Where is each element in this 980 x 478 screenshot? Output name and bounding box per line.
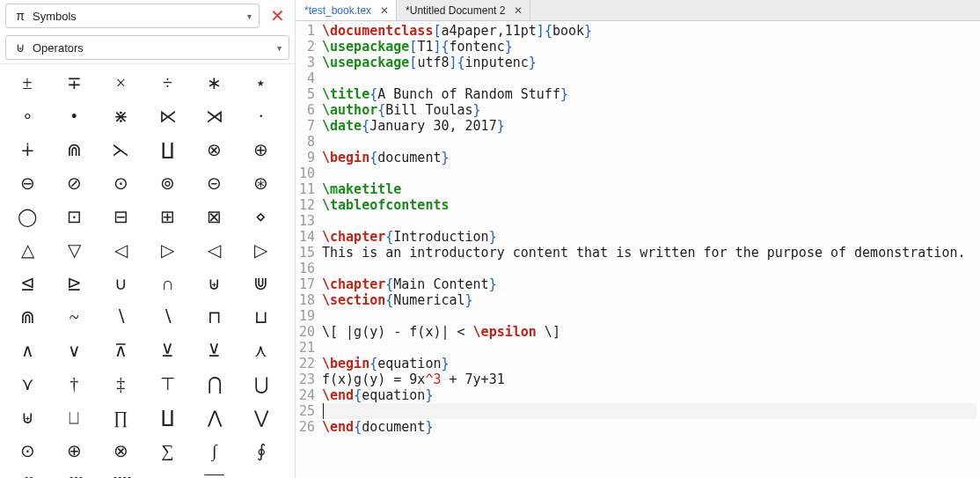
symbol-cell[interactable]: ⊚ — [150, 172, 186, 195]
symbol-cell[interactable]: ⊘ — [55, 172, 92, 195]
code-line[interactable] — [322, 213, 976, 229]
code-line[interactable]: \chapter{Main Content} — [322, 276, 976, 292]
code-lines[interactable]: \documentclass[a4paper,11pt]{book}\usepa… — [318, 21, 980, 478]
code-line[interactable]: \usepackage[utf8]{inputenc} — [322, 55, 976, 70]
code-line[interactable]: \[ |g(y) - f(x)| < \epsilon \] — [322, 324, 976, 340]
symbol-cell[interactable]: ⋀ — [196, 406, 233, 429]
symbol-cell[interactable]: ∭ — [55, 473, 92, 478]
symbol-cell[interactable]: ⊓ — [196, 305, 233, 328]
tab-close-icon[interactable]: ✕ — [378, 4, 391, 17]
symbol-cell[interactable]: • — [55, 105, 92, 128]
symbol-cell[interactable]: ⊗ — [102, 439, 139, 462]
symbol-cell[interactable]: ⋒ — [9, 305, 46, 328]
symbol-cell[interactable]: ⊙ — [102, 172, 139, 195]
symbol-cell[interactable]: ⋆ — [243, 71, 280, 94]
symbol-cell[interactable]: △ — [9, 239, 46, 261]
symbol-cell[interactable]: ∏ — [102, 406, 139, 429]
code-line[interactable] — [322, 134, 976, 150]
symbol-cell[interactable]: ⊖ — [9, 172, 46, 195]
symbol-cell[interactable]: ⋎ — [9, 372, 46, 395]
symbol-cell[interactable]: ∖ — [150, 305, 186, 328]
symbol-cell[interactable]: ∬ — [9, 473, 46, 478]
symbol-cell[interactable]: ◯ — [9, 205, 46, 228]
symbol-cell[interactable]: ⨆ — [55, 406, 92, 429]
code-line[interactable]: \author{Bill Toulas} — [322, 102, 976, 118]
code-line[interactable]: \chapter{Introduction} — [322, 229, 976, 245]
symbol-cell[interactable]: lim — [243, 473, 280, 478]
symbol-cell[interactable]: ◁ — [102, 239, 139, 261]
symbol-cell[interactable]: × — [102, 71, 139, 94]
symbol-cell[interactable]: · — [243, 105, 280, 128]
code-line[interactable] — [322, 261, 976, 276]
symbol-cell[interactable]: ⋇ — [102, 105, 139, 128]
code-line[interactable]: \documentclass[a4paper,11pt]{book} — [322, 23, 976, 39]
symbol-cell[interactable]: ⨌ — [102, 473, 139, 478]
symbol-cell[interactable]: ∐ — [150, 406, 186, 429]
symbol-cell[interactable]: ▽ — [55, 239, 92, 261]
symbol-cell[interactable]: ◁ — [196, 239, 233, 261]
symbol-cell[interactable]: ∧ — [9, 339, 46, 362]
close-panel-button[interactable]: ✕ — [265, 4, 289, 28]
symbol-cell[interactable]: † — [55, 372, 92, 395]
code-line[interactable] — [322, 165, 976, 181]
symbol-cell[interactable]: ⊴ — [9, 272, 46, 295]
symbol-cell[interactable]: ∗ — [196, 71, 233, 94]
symbol-cell[interactable]: ∔ — [9, 138, 46, 161]
symbol-cell[interactable]: ∘ — [9, 105, 46, 128]
code-line[interactable] — [322, 340, 976, 356]
code-line[interactable] — [322, 403, 976, 419]
symbol-cell[interactable]: ± — [9, 71, 46, 94]
symbol-cell[interactable]: ∩ — [150, 272, 186, 295]
tab-close-icon[interactable]: ✕ — [512, 4, 524, 17]
symbol-cell[interactable]: ∖ — [102, 305, 139, 328]
symbol-cell[interactable]: ⊗ — [196, 138, 233, 161]
symbol-cell[interactable]: ⊕ — [243, 138, 280, 161]
symbol-cell[interactable]: ∮ — [243, 439, 280, 462]
symbol-cell[interactable]: ⋋ — [102, 138, 139, 161]
symbol-cell[interactable]: ⊟ — [102, 205, 139, 228]
symbol-cell[interactable]: ⊙ — [9, 439, 46, 462]
symbol-cell[interactable]: ⊞ — [150, 205, 186, 228]
symbol-cell[interactable]: ‡ — [102, 372, 139, 395]
symbol-cell[interactable]: ▷ — [150, 239, 186, 261]
symbol-cell[interactable]: ⋉ — [150, 105, 186, 128]
symbol-cell[interactable]: lim — [196, 473, 233, 478]
editor-tab[interactable]: *test_book.tex✕ — [296, 0, 397, 20]
symbol-cell[interactable]: ∫⋯∫ — [150, 473, 186, 478]
code-editor[interactable]: 1234567891011121314151617181920212223242… — [296, 21, 980, 478]
symbol-cell[interactable]: ⊼ — [102, 339, 139, 362]
code-line[interactable] — [322, 70, 976, 86]
code-line[interactable]: \end{document} — [322, 419, 976, 435]
code-line[interactable]: \section{Numerical} — [322, 292, 976, 308]
symbol-cell[interactable]: ÷ — [150, 71, 186, 94]
code-line[interactable]: \begin{document} — [322, 150, 976, 165]
symbol-cell[interactable]: ⊎ — [9, 406, 46, 429]
symbol-cell[interactable]: ∓ — [55, 71, 92, 94]
symbol-cell[interactable]: ⋂ — [196, 372, 233, 395]
symbol-cell[interactable]: ▷ — [243, 239, 280, 261]
symbol-cell[interactable]: ∐ — [150, 138, 186, 161]
symbol-cell[interactable]: ⋊ — [196, 105, 233, 128]
symbol-cell[interactable]: ⊔ — [243, 305, 280, 328]
code-line[interactable]: This is an introductory content that is … — [322, 245, 976, 261]
symbol-cell[interactable]: ⊝ — [196, 172, 233, 195]
symbol-cell[interactable]: ⊤ — [150, 372, 186, 395]
code-line[interactable]: \usepackage[T1]{fontenc} — [322, 39, 976, 55]
symbols-dropdown[interactable]: π Symbols ▾ — [5, 4, 260, 28]
symbol-cell[interactable]: ⊵ — [55, 272, 92, 295]
symbol-cell[interactable]: ⋃ — [243, 372, 280, 395]
code-line[interactable] — [322, 308, 976, 324]
code-line[interactable]: \end{equation} — [322, 387, 976, 403]
code-line[interactable]: \maketitle — [322, 181, 976, 197]
symbol-cell[interactable]: ⋁ — [243, 406, 280, 429]
symbol-cell[interactable]: ~ — [55, 305, 92, 328]
symbol-cell[interactable]: ⋏ — [243, 339, 280, 362]
code-line[interactable]: \begin{equation} — [322, 356, 976, 371]
symbol-cell[interactable]: ⋓ — [243, 272, 280, 295]
editor-tab[interactable]: *Untitled Document 2✕ — [397, 0, 530, 20]
symbol-cell[interactable]: ∪ — [102, 272, 139, 295]
symbol-cell[interactable]: ∑ — [150, 439, 186, 462]
code-line[interactable]: \title{A Bunch of Random Stuff} — [322, 86, 976, 102]
symbol-cell[interactable]: ⊎ — [196, 272, 233, 295]
code-line[interactable]: f(x)g(y) = 9x^3 + 7y+31 — [322, 371, 976, 387]
